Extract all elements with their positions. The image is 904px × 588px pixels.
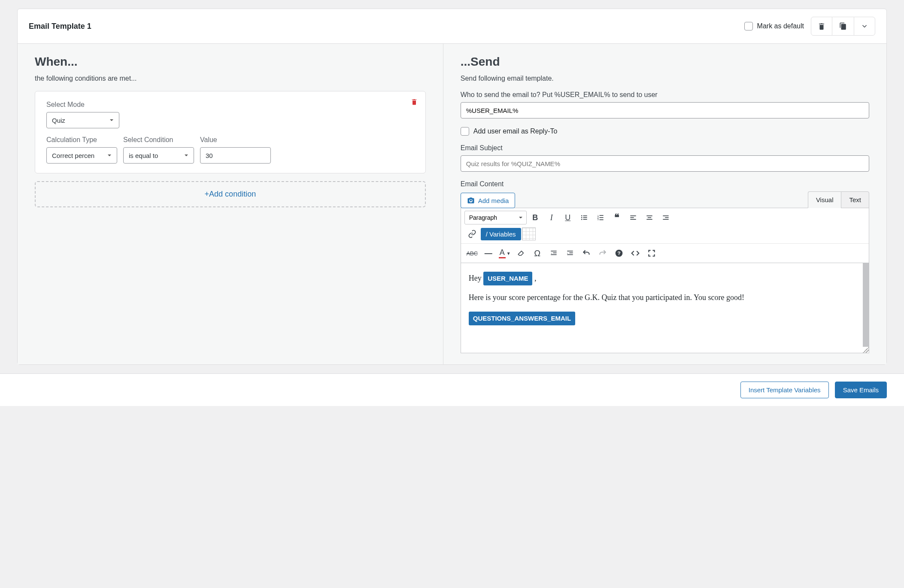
select-mode-dropdown[interactable]: Quiz — [46, 112, 119, 128]
select-condition-label: Select Condition — [123, 136, 194, 144]
body-line2: Here is your score percentage for the G.… — [469, 291, 861, 304]
fullscreen-button[interactable] — [644, 246, 659, 260]
undo-button[interactable] — [579, 246, 594, 260]
bold-button[interactable]: B — [528, 211, 543, 224]
blockquote-button[interactable]: ❝ — [609, 211, 625, 224]
clear-format-button[interactable] — [513, 246, 529, 260]
svg-rect-1 — [583, 215, 587, 216]
svg-rect-18 — [663, 215, 668, 216]
panel-header: Email Template 1 Mark as default — [18, 9, 886, 44]
align-center-button[interactable] — [642, 211, 657, 224]
code-button[interactable] — [628, 246, 643, 260]
add-media-button[interactable]: Add media — [461, 193, 516, 208]
questions-answers-variable[interactable]: QUESTIONS_ANSWERS_EMAIL — [469, 312, 575, 325]
svg-rect-3 — [583, 217, 587, 218]
reply-to-checkbox[interactable] — [461, 127, 469, 136]
svg-text:3: 3 — [597, 218, 598, 221]
visual-tab[interactable]: Visual — [808, 191, 841, 208]
align-left-button[interactable] — [625, 211, 641, 224]
omega-icon: Ω — [534, 249, 540, 258]
align-right-button[interactable] — [658, 211, 673, 224]
outdent-icon — [549, 249, 558, 258]
link-button[interactable] — [464, 227, 480, 241]
send-title: ...Send — [461, 55, 869, 69]
mark-default-wrap[interactable]: Mark as default — [744, 22, 804, 30]
hr-icon: — — [485, 249, 492, 258]
mark-default-label: Mark as default — [757, 22, 804, 30]
svg-point-4 — [581, 219, 582, 220]
svg-rect-12 — [630, 215, 636, 216]
recipient-label: Who to send the email to? Put %USER_EMAI… — [461, 91, 869, 99]
svg-point-0 — [581, 215, 582, 217]
help-button[interactable]: ? — [611, 246, 627, 260]
underline-icon: U — [565, 213, 570, 222]
special-char-button[interactable]: Ω — [530, 246, 545, 260]
save-emails-button[interactable]: Save Emails — [835, 382, 887, 398]
table-button[interactable] — [522, 227, 536, 240]
number-list-icon: 123 — [596, 213, 605, 222]
body-line1-prefix: Hey — [469, 274, 484, 282]
duplicate-template-button[interactable] — [832, 17, 854, 36]
editor-scrollbar[interactable] — [863, 263, 869, 347]
indent-button[interactable] — [562, 246, 578, 260]
svg-rect-7 — [599, 215, 603, 216]
panel-title: Email Template 1 — [29, 22, 91, 31]
variables-button[interactable]: / Variables — [481, 228, 521, 240]
underline-button[interactable]: U — [560, 211, 576, 224]
text-color-button[interactable]: A▼ — [497, 246, 513, 260]
trash-icon — [818, 22, 825, 30]
select-condition-dropdown[interactable]: is equal to — [123, 147, 194, 164]
outdent-button[interactable] — [546, 246, 561, 260]
content-label: Email Content — [461, 180, 869, 188]
chevron-down-icon — [861, 22, 868, 30]
align-right-icon — [661, 213, 670, 222]
italic-button[interactable]: I — [544, 211, 559, 224]
svg-rect-24 — [567, 251, 573, 252]
strikethrough-button[interactable]: ABC — [464, 246, 480, 260]
recipient-input[interactable] — [461, 102, 869, 118]
align-center-icon — [645, 213, 654, 222]
trash-icon — [411, 98, 418, 105]
user-name-variable[interactable]: USER_NAME — [483, 272, 532, 285]
add-condition-button[interactable]: +Add condition — [35, 181, 426, 207]
italic-icon: I — [550, 213, 553, 222]
when-subtitle: the following conditions are met... — [35, 75, 426, 82]
number-list-button[interactable]: 123 — [593, 211, 608, 224]
resize-grip[interactable] — [863, 347, 869, 353]
select-mode-label: Select Mode — [46, 101, 414, 109]
reply-to-label: Add user email as Reply-To — [473, 127, 558, 135]
subject-input[interactable] — [461, 155, 869, 172]
eraser-icon — [517, 249, 525, 258]
format-dropdown[interactable]: Paragraph — [464, 211, 527, 224]
help-icon: ? — [615, 249, 623, 258]
body-line1-suffix: , — [534, 274, 537, 282]
hr-button[interactable]: — — [481, 246, 496, 260]
delete-condition-button[interactable] — [411, 98, 418, 107]
align-left-icon — [629, 213, 637, 222]
camera-icon — [467, 197, 475, 204]
text-tab[interactable]: Text — [841, 191, 869, 208]
svg-rect-5 — [583, 219, 587, 220]
svg-rect-16 — [648, 217, 651, 218]
svg-rect-13 — [630, 217, 634, 218]
redo-button[interactable] — [595, 246, 610, 260]
calc-type-dropdown[interactable]: Correct percen — [46, 147, 117, 164]
redo-icon — [598, 249, 607, 258]
editor-toolbar: Paragraph B I U 123 ❝ — [461, 208, 869, 263]
reply-to-wrap[interactable]: Add user email as Reply-To — [461, 127, 869, 136]
bullet-list-button[interactable] — [576, 211, 592, 224]
indent-icon — [566, 249, 574, 258]
value-input[interactable] — [200, 147, 271, 164]
condition-card: Select Mode Quiz Calculation Type Correc… — [35, 91, 426, 173]
mark-default-checkbox[interactable] — [744, 22, 753, 30]
email-template-panel: Email Template 1 Mark as default — [17, 9, 887, 365]
svg-rect-15 — [646, 215, 652, 216]
editor-content[interactable]: Hey USER_NAME , Here is your score perce… — [461, 263, 869, 353]
calc-type-label: Calculation Type — [46, 136, 117, 144]
svg-rect-17 — [646, 219, 652, 220]
expand-template-button[interactable] — [854, 17, 875, 36]
insert-variables-button[interactable]: Insert Template Variables — [740, 382, 829, 398]
delete-template-button[interactable] — [811, 17, 832, 36]
svg-rect-23 — [551, 255, 556, 255]
fullscreen-icon — [647, 249, 656, 258]
